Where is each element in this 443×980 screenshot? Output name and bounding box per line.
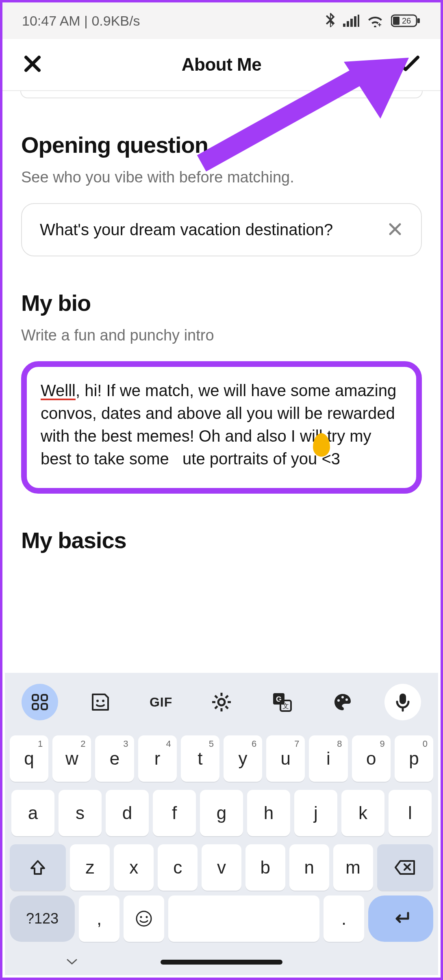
wifi-icon: [367, 14, 384, 27]
clear-question-icon[interactable]: [387, 221, 403, 239]
svg-point-27: [146, 916, 148, 918]
key-b[interactable]: b: [245, 844, 285, 891]
home-indicator[interactable]: [161, 960, 282, 965]
svg-rect-4: [358, 15, 359, 27]
settings-icon[interactable]: [203, 684, 240, 720]
svg-rect-6: [417, 18, 420, 23]
symbols-key[interactable]: ?123: [10, 895, 75, 942]
palette-icon[interactable]: [324, 684, 361, 720]
bio-input[interactable]: Welll, hi! If we match, we will have som…: [21, 361, 422, 494]
bluetooth-icon: [325, 13, 336, 28]
key-q[interactable]: q1: [10, 735, 48, 782]
keyboard-toolbar: GIF G文: [5, 678, 438, 726]
svg-rect-11: [41, 695, 47, 700]
svg-rect-7: [393, 17, 400, 25]
opening-question-text: What's your dream vacation destination?: [40, 219, 375, 240]
svg-rect-0: [343, 24, 345, 27]
svg-point-22: [341, 696, 344, 698]
apps-icon[interactable]: [22, 684, 58, 720]
key-u[interactable]: u7: [266, 735, 305, 782]
opening-question-card[interactable]: What's your dream vacation destination?: [21, 203, 422, 256]
key-r[interactable]: r4: [138, 735, 177, 782]
status-time: 10:47 AM | 0.9KB/s: [22, 13, 140, 29]
key-x[interactable]: x: [114, 844, 154, 891]
period-key[interactable]: .: [324, 895, 364, 942]
key-p[interactable]: p0: [395, 735, 433, 782]
bio-spellcheck-word: Welll: [41, 382, 76, 399]
svg-rect-3: [354, 16, 356, 27]
confirm-icon[interactable]: [398, 55, 420, 74]
key-d[interactable]: d: [106, 790, 149, 836]
key-n[interactable]: n: [289, 844, 329, 891]
mic-icon[interactable]: [384, 684, 421, 720]
opening-question-subtitle: See who you vibe with before matching.: [21, 169, 422, 186]
space-key[interactable]: [168, 895, 319, 942]
key-v[interactable]: v: [202, 844, 241, 891]
key-h[interactable]: h: [247, 790, 290, 836]
svg-point-15: [102, 700, 104, 702]
battery-icon: 26: [391, 13, 421, 28]
key-k[interactable]: k: [341, 790, 384, 836]
key-w[interactable]: w2: [52, 735, 91, 782]
comma-key[interactable]: ,: [79, 895, 119, 942]
svg-text:26: 26: [402, 16, 411, 25]
emoji-key[interactable]: [124, 895, 164, 942]
svg-text:文: 文: [282, 702, 289, 709]
svg-rect-13: [41, 704, 47, 709]
svg-rect-10: [33, 695, 38, 700]
key-y[interactable]: y6: [224, 735, 262, 782]
bio-title: My bio: [21, 290, 422, 316]
nav-bar: [5, 949, 438, 975]
opening-question-title: Opening question: [21, 132, 422, 158]
svg-point-23: [345, 698, 348, 701]
key-m[interactable]: m: [333, 844, 373, 891]
basics-title: My basics: [21, 527, 422, 553]
header: About Me: [2, 39, 441, 91]
key-z[interactable]: z: [70, 844, 110, 891]
key-i[interactable]: i8: [309, 735, 347, 782]
status-icons: 26: [325, 13, 421, 28]
gif-button[interactable]: GIF: [143, 684, 179, 720]
signal-icon: [343, 15, 359, 27]
key-s[interactable]: s: [59, 790, 102, 836]
sticker-icon[interactable]: [82, 684, 119, 720]
key-e[interactable]: e3: [95, 735, 134, 782]
key-g[interactable]: g: [200, 790, 243, 836]
bio-text: , hi! If we match, we will have some ama…: [41, 382, 396, 468]
svg-point-21: [337, 699, 340, 702]
svg-point-16: [218, 699, 225, 705]
keyboard-bottom-row: ?123 , .: [5, 895, 438, 949]
close-icon[interactable]: [23, 54, 42, 75]
status-bar: 10:47 AM | 0.9KB/s 26: [2, 2, 441, 39]
svg-rect-1: [347, 21, 349, 27]
keyboard: GIF G文 q1w2e3r4t5y6u7i8o9p0 asdfghjkl zx…: [5, 673, 438, 975]
svg-point-14: [96, 700, 99, 702]
svg-rect-12: [33, 704, 38, 709]
keyboard-row-2: asdfghjkl: [10, 790, 433, 836]
bio-subtitle: Write a fun and punchy intro: [21, 327, 422, 344]
svg-rect-24: [400, 694, 406, 704]
key-t[interactable]: t5: [181, 735, 219, 782]
keyboard-row-3: zxcvbnm: [10, 844, 433, 891]
nav-collapse-icon[interactable]: [66, 956, 78, 968]
svg-point-26: [140, 916, 142, 918]
key-c[interactable]: c: [158, 844, 198, 891]
key-j[interactable]: j: [294, 790, 337, 836]
shift-key[interactable]: [10, 844, 66, 891]
key-l[interactable]: l: [389, 790, 432, 836]
key-f[interactable]: f: [153, 790, 196, 836]
keyboard-row-1: q1w2e3r4t5y6u7i8o9p0: [10, 735, 433, 782]
previous-card-peek: [20, 91, 423, 98]
translate-icon[interactable]: G文: [264, 684, 300, 720]
page-title: About Me: [2, 54, 441, 75]
key-a[interactable]: a: [11, 790, 54, 836]
enter-key[interactable]: [368, 895, 433, 942]
svg-rect-2: [350, 19, 353, 27]
key-o[interactable]: o9: [352, 735, 391, 782]
backspace-key[interactable]: [377, 844, 433, 891]
svg-point-25: [137, 911, 151, 926]
